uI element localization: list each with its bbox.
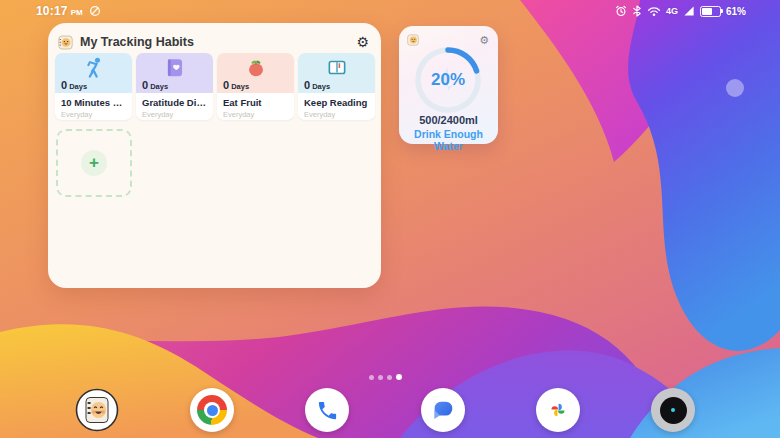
- dock-icon-camera[interactable]: [651, 388, 695, 432]
- water-amount: 500/2400ml: [399, 114, 498, 126]
- dock-icon-photos[interactable]: [536, 388, 580, 432]
- diary-icon: [163, 56, 187, 80]
- gear-icon[interactable]: ⚙: [479, 35, 489, 46]
- days-unit: Days: [150, 82, 168, 91]
- photos-icon: [545, 397, 571, 423]
- habit-card-gratitude-diary[interactable]: 0Days Gratitude Diary Everyday: [136, 53, 213, 120]
- habit-frequency: Everyday: [142, 110, 207, 119]
- battery-icon: [700, 6, 721, 17]
- page-dot: [387, 375, 392, 380]
- days-unit: Days: [69, 82, 87, 91]
- water-habit-name: Drink Enough Water: [399, 128, 498, 152]
- page-dot: [396, 374, 402, 380]
- chrome-icon: [197, 395, 227, 425]
- habit-card-eat-fruit[interactable]: 0Days Eat Fruit Everyday: [217, 53, 294, 120]
- habit-card-keep-reading[interactable]: 0Days Keep Reading Everyday: [298, 53, 375, 120]
- water-progress-percent: 20%: [413, 70, 483, 90]
- habit-name: Keep Reading: [304, 97, 369, 108]
- camera-icon: [651, 388, 695, 432]
- habit-cards-row: 0Days 10 Minutes Stretc... Everyday 0Day…: [55, 53, 375, 120]
- habit-app-icon: [75, 388, 119, 432]
- habit-name: 10 Minutes Stretc...: [61, 97, 126, 108]
- habit-frequency: Everyday: [304, 110, 369, 119]
- habit-widget-header: My Tracking Habits ⚙: [58, 30, 369, 54]
- days-count: 0: [142, 79, 148, 91]
- bluetooth-icon: [632, 5, 642, 17]
- clock-time: 10:17: [36, 4, 68, 18]
- days-unit: Days: [312, 82, 330, 91]
- phone-icon: [316, 399, 339, 422]
- book-icon: [325, 56, 349, 80]
- status-bar: 10:17PM 4G 61%: [0, 0, 780, 22]
- page-dot: [369, 375, 374, 380]
- habit-frequency: Everyday: [223, 110, 288, 119]
- network-type-label: 4G: [666, 6, 678, 16]
- add-habit-button[interactable]: +: [56, 129, 132, 197]
- dock-icon-habit-tracker[interactable]: [75, 388, 119, 432]
- habit-app-icon: [58, 35, 73, 50]
- habit-name: Gratitude Diary: [142, 97, 207, 108]
- gear-icon[interactable]: ⚙: [356, 35, 369, 49]
- habit-widget-title: My Tracking Habits: [80, 35, 194, 49]
- dock-icon-phone[interactable]: [305, 388, 349, 432]
- battery-percent-label: 61%: [726, 6, 746, 17]
- water-tracker-widget[interactable]: ⚙ 20% 500/2400ml Drink Enough Water: [399, 26, 498, 144]
- wifi-icon: [647, 5, 661, 17]
- signal-icon: [683, 5, 695, 17]
- days-count: 0: [223, 79, 229, 91]
- habit-name: Eat Fruit: [223, 97, 288, 108]
- habit-card-stretching[interactable]: 0Days 10 Minutes Stretc... Everyday: [55, 53, 132, 120]
- apple-icon: [244, 56, 268, 80]
- dock-icon-chrome[interactable]: [190, 388, 234, 432]
- wallpaper-glow-dot: [726, 79, 744, 97]
- messages-icon: [430, 397, 456, 423]
- clock-meridiem: PM: [71, 6, 83, 17]
- add-icon: +: [81, 150, 107, 176]
- habit-frequency: Everyday: [61, 110, 126, 119]
- page-dot: [378, 375, 383, 380]
- days-count: 0: [304, 79, 310, 91]
- page-indicator: [369, 374, 402, 380]
- days-unit: Days: [231, 82, 249, 91]
- mute-icon: [89, 5, 101, 17]
- habit-tracker-widget[interactable]: My Tracking Habits ⚙ 0Days 10 Minutes St…: [48, 23, 381, 288]
- days-count: 0: [61, 79, 67, 91]
- alarm-icon: [615, 5, 627, 17]
- dock-icon-messages[interactable]: [421, 388, 465, 432]
- stretch-icon: [82, 56, 106, 80]
